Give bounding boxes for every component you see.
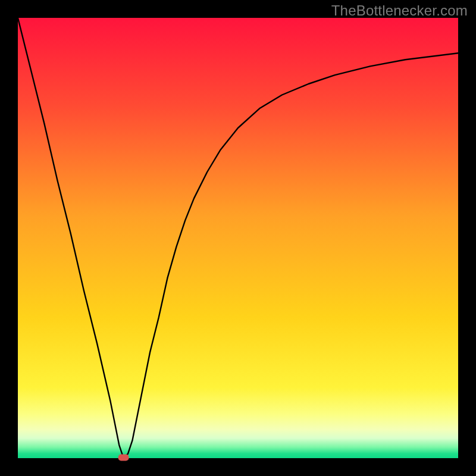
minimum-marker	[118, 455, 129, 461]
chart-background	[18, 18, 458, 458]
chart-stage: TheBottlenecker.com	[0, 0, 476, 476]
watermark-text: TheBottlenecker.com	[331, 2, 468, 19]
bottleneck-chart	[0, 0, 476, 476]
